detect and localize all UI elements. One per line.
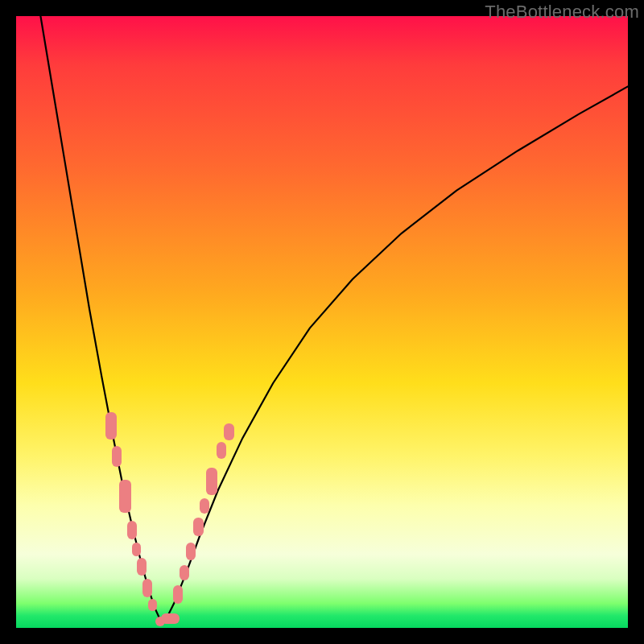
data-bead — [206, 468, 217, 495]
data-bead — [224, 423, 233, 440]
watermark-text: TheBottleneck.com — [485, 2, 639, 23]
data-bead — [193, 518, 203, 536]
data-bead — [119, 480, 131, 514]
data-bead — [180, 565, 189, 580]
chart-stage: TheBottleneck.com — [0, 0, 644, 644]
data-bead — [142, 579, 152, 597]
data-bead — [200, 498, 209, 514]
data-bead — [173, 585, 183, 604]
bead-layer — [16, 16, 628, 628]
data-bead — [148, 599, 157, 611]
data-bead — [105, 412, 117, 440]
data-bead — [137, 558, 147, 576]
data-bead — [127, 521, 137, 539]
data-bead — [112, 446, 122, 468]
data-bead — [161, 613, 180, 625]
data-bead — [186, 543, 196, 561]
data-bead — [132, 543, 141, 556]
data-bead — [217, 442, 226, 459]
